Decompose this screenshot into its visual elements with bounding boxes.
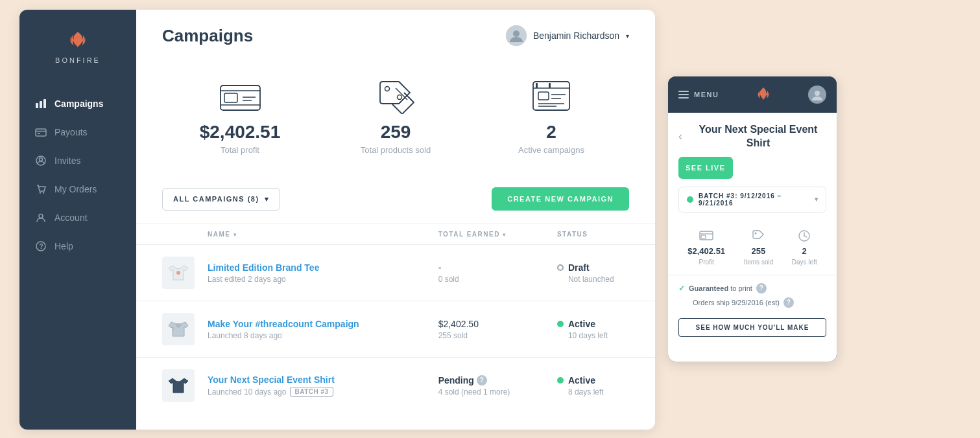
sidebar-item-payouts[interactable]: Payouts: [19, 119, 136, 146]
bonfire-logo-icon: [66, 29, 90, 52]
svg-point-32: [176, 271, 180, 275]
thumb-col-header: [136, 224, 208, 245]
stat-campaigns-value: 2: [546, 122, 556, 143]
status-row: Active: [557, 319, 642, 329]
campaign-name-link[interactable]: Your Next Special Event Shirt: [208, 375, 425, 385]
earned-value: $2,402.50: [438, 319, 544, 329]
stats-row: $2,402.51 Total profit 259: [136, 59, 655, 187]
back-button[interactable]: ‹: [678, 130, 682, 143]
svg-rect-0: [36, 103, 38, 108]
sidebar-item-campaigns[interactable]: Campaigns: [19, 90, 136, 117]
name-cell: Limited Edition Brand Tee Last edited 2 …: [208, 245, 438, 301]
svg-rect-25: [536, 83, 538, 88]
batch-active-dot: [687, 196, 693, 203]
stat-profit-value: $2,402.51: [200, 122, 281, 143]
product-thumbnail-cell: [136, 358, 208, 414]
earned-value: -: [438, 262, 544, 273]
money-icon: [219, 78, 261, 114]
svg-text:?: ?: [40, 243, 43, 250]
sidebar-item-help[interactable]: ? Help: [19, 233, 136, 260]
user-dropdown[interactable]: Benjamin Richardson ▾: [506, 25, 629, 46]
svg-rect-15: [221, 86, 260, 110]
guarantee-text: Guaranteed to print: [689, 284, 752, 292]
mobile-tag-icon: [752, 228, 765, 244]
sidebar-item-my-orders[interactable]: My Orders: [19, 176, 136, 203]
campaign-name-link[interactable]: Limited Edition Brand Tee: [208, 262, 425, 273]
mobile-stat-days-left: 2 Days left: [792, 228, 817, 266]
mobile-stats-row: $2,402.51 Profit 255 Items sold: [668, 222, 837, 275]
batch-text: BATCH #3: 9/12/2016 – 9/21/2016: [699, 192, 809, 207]
pending-status: Pending ?: [438, 375, 487, 386]
how-much-button[interactable]: SEE HOW MUCH YOU'LL MAKE: [678, 318, 826, 337]
mobile-logo-icon: [754, 86, 772, 104]
chart-icon: [35, 98, 47, 110]
campaigns-table-body: Limited Edition Brand Tee Last edited 2 …: [136, 245, 655, 414]
sidebar-account-label: Account: [54, 213, 88, 223]
status-label: Active: [568, 319, 595, 329]
svg-rect-37: [701, 235, 706, 238]
sidebar-orders-label: My Orders: [54, 184, 97, 194]
campaign-name-link[interactable]: Make Your #threadcount Campaign: [208, 319, 425, 329]
ship-row: Orders ship 9/29/2016 (est) ?: [678, 297, 826, 308]
svg-rect-5: [38, 133, 40, 134]
sidebar-item-invites[interactable]: Invites: [19, 147, 136, 174]
sidebar-item-account[interactable]: Account: [19, 204, 136, 231]
all-campaigns-label: ALL CAMPAIGNS (8): [173, 195, 259, 203]
invites-icon: [35, 155, 47, 167]
account-icon: [35, 212, 47, 224]
status-dot-draft: [557, 264, 564, 271]
sidebar-campaigns-label: Campaigns: [54, 98, 103, 109]
batch-badge: BATCH #3: [290, 387, 333, 397]
sidebar: BONFIRE Campaigns: [19, 10, 136, 430]
svg-point-22: [398, 95, 402, 100]
status-container: Draft Not launched: [557, 262, 642, 284]
mobile-nav: MENU ▾: [668, 76, 837, 113]
mobile-menu-button[interactable]: MENU: [678, 91, 719, 98]
status-container: Active 10 days left: [557, 319, 642, 340]
guarantee-info-icon[interactable]: ?: [756, 283, 767, 294]
status-row: Draft: [557, 262, 642, 273]
tag-icon: [376, 78, 415, 114]
see-live-button[interactable]: SEE LIVE: [678, 157, 733, 179]
product-thumbnail: [162, 369, 195, 402]
earned-cell: - 0 sold: [438, 245, 557, 301]
status-sublabel: Not launched: [568, 275, 642, 284]
campaign-meta: Launched 8 days ago: [208, 331, 425, 340]
table-row: Your Next Special Event Shirt Launched 1…: [136, 358, 655, 414]
status-row: Active: [557, 375, 642, 386]
earned-col-header: TOTAL EARNED ▾: [438, 224, 557, 245]
info-icon[interactable]: ?: [477, 375, 487, 386]
batch-selector[interactable]: BATCH #3: 9/12/2016 – 9/21/2016 ▾: [678, 187, 826, 213]
status-col-header: STATUS: [557, 224, 655, 245]
menu-label: MENU: [694, 91, 719, 98]
svg-point-7: [40, 158, 43, 161]
hamburger-icon: [678, 91, 689, 98]
mobile-items-sold-value: 255: [752, 246, 766, 256]
name-col-header: NAME ▾: [208, 224, 438, 245]
sold-count: 4 sold (need 1 more): [438, 387, 544, 397]
stat-products-sold: 259 Total products sold: [318, 65, 473, 168]
mobile-content: ‹ Your Next Special Event Shirt SEE LIVE…: [668, 113, 837, 362]
all-campaigns-button[interactable]: ALL CAMPAIGNS (8) ▾: [162, 188, 280, 211]
create-campaign-button[interactable]: CREATE NEW CAMPAIGN: [492, 187, 629, 211]
mobile-stat-profit: $2,402.51 Profit: [687, 228, 725, 266]
sidebar-invites-label: Invites: [54, 156, 80, 166]
user-name: Benjamin Richardson: [533, 30, 619, 41]
svg-point-21: [385, 87, 390, 91]
status-container: Active 8 days left: [557, 375, 642, 397]
ship-info-icon[interactable]: ?: [783, 297, 794, 308]
sidebar-navigation: Campaigns Payouts: [19, 90, 136, 260]
product-thumbnail-cell: [136, 301, 208, 358]
svg-rect-27: [538, 92, 549, 100]
product-thumbnail-cell: [136, 245, 208, 301]
name-cell: Make Your #threadcount Campaign Launched…: [208, 301, 438, 358]
mobile-avatar[interactable]: ▾: [808, 86, 826, 104]
svg-point-10: [39, 214, 43, 218]
check-icon: ✓: [678, 284, 685, 293]
earned-cell: $2,402.50 255 sold: [438, 301, 557, 358]
svg-rect-26: [549, 83, 551, 88]
controls-row: ALL CAMPAIGNS (8) ▾ CREATE NEW CAMPAIGN: [136, 187, 655, 224]
status-cell: Draft Not launched: [557, 245, 655, 301]
orders-icon: [35, 183, 47, 195]
guarantee-row: ✓ Guaranteed to print ?: [678, 283, 826, 294]
